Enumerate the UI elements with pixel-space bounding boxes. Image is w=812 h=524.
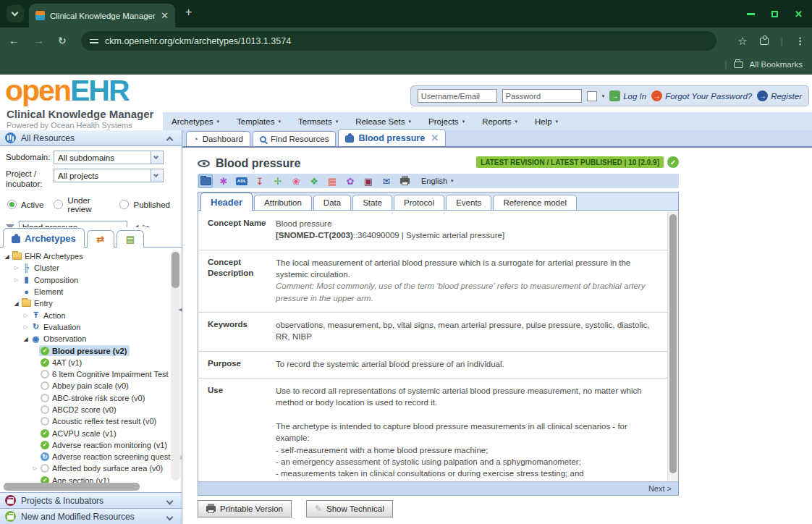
tree-item-abc-stroke-risk-score-v0[interactable]: ABC-stroke risk score (v0) — [0, 392, 182, 404]
tree-item-evaluation[interactable]: ▷↻Evaluation — [0, 321, 182, 333]
tree-hscroll-thumb[interactable] — [4, 483, 140, 491]
menu-item-release-sets[interactable]: Release Sets▾ — [347, 112, 420, 130]
tab-search-button[interactable] — [7, 5, 24, 22]
remember-me-checkbox[interactable] — [587, 91, 597, 101]
menu-item-projects[interactable]: Projects▾ — [420, 112, 473, 130]
tree-item-abcd2-score-v0[interactable]: ABCD2 score (v0) — [0, 404, 182, 415]
close-tab-icon[interactable]: ✕ — [431, 133, 439, 143]
tab-events[interactable]: Events — [446, 195, 491, 210]
tree-item-element[interactable]: ●Element — [0, 286, 182, 297]
tree-item-acvpu-scale-v1[interactable]: ✓ACVPU scale (v1) — [0, 427, 182, 439]
all-bookmarks-button[interactable]: All Bookmarks — [750, 60, 803, 69]
radio-under-review[interactable] — [54, 200, 63, 209]
site-info-icon[interactable] — [90, 38, 98, 45]
tab-templates[interactable]: ⇄ — [87, 230, 114, 248]
expand-icon[interactable]: ▷ — [12, 265, 20, 271]
register-link[interactable]: →Register — [757, 90, 802, 101]
tree-item-6-item-cognitive-impairment-test-6[interactable]: 6 Item Cognitive Impairment Test (6 — [0, 368, 182, 380]
tab-state[interactable]: State — [352, 195, 392, 210]
new-modified-header[interactable]: New and Modified Resources — [0, 508, 182, 524]
content-scrollbar[interactable] — [667, 211, 678, 481]
tree-item-observation[interactable]: ◢◉Observation — [0, 333, 182, 345]
expand-icon[interactable]: ▷ — [22, 313, 30, 318]
forward-icon[interactable]: → — [33, 34, 44, 46]
tree-item-blood-pressure-v2[interactable]: ✓Blood pressure (v2) — [0, 345, 182, 356]
mail-icon[interactable]: ✉ — [380, 174, 393, 187]
username-field[interactable] — [418, 89, 497, 103]
next-link[interactable]: Next > — [648, 484, 672, 493]
chevron-up-icon[interactable] — [166, 137, 174, 144]
bookmark-star-icon[interactable]: ☆ — [737, 35, 747, 48]
archive-icon[interactable]: ▦ — [326, 174, 339, 187]
briefcase-icon[interactable]: ▣ — [362, 174, 375, 187]
tree-item-composition[interactable]: ▷▮Composition — [0, 274, 182, 286]
compress-icon[interactable]: ✢ — [271, 174, 284, 187]
browser-menu-icon[interactable]: ⋮ — [795, 35, 805, 46]
collapse-icon[interactable]: ◢ — [3, 253, 11, 260]
tree-item-action[interactable]: ▷ŦAction — [0, 309, 182, 321]
minimize-icon[interactable] — [747, 13, 755, 15]
menu-item-archetypes[interactable]: Archetypes▾ — [163, 112, 228, 130]
tree-item-adverse-reaction-monitoring-v1[interactable]: ✓Adverse reaction monitoring (v1) — [0, 439, 182, 451]
collapse-icon[interactable]: ◢ — [22, 336, 30, 342]
tab-find-resources[interactable]: Find Resources — [253, 131, 337, 146]
forgot-password-link[interactable]: →Forgot Your Password? — [651, 90, 752, 101]
tree-item-entry[interactable]: ◢Entry — [0, 297, 182, 309]
tree-item-4at-v1[interactable]: ✓4AT (v1) — [0, 357, 182, 368]
radio-published[interactable] — [119, 200, 129, 209]
select-button[interactable] — [151, 151, 163, 164]
tree-item-affected-body-surface-area-v0[interactable]: ▷Affected body surface area (v0) — [0, 462, 182, 474]
tab-protocol[interactable]: Protocol — [394, 195, 444, 210]
radio-active[interactable] — [7, 200, 17, 209]
tab-attribution[interactable]: Attribution — [254, 195, 312, 210]
folder-icon[interactable] — [199, 174, 212, 187]
language-selector[interactable]: English▾ — [421, 177, 454, 185]
browser-tab[interactable]: Clinical Knowledge Manager ✕ — [29, 4, 175, 28]
menu-item-termsets[interactable]: Termsets▾ — [289, 112, 347, 130]
tab-header[interactable]: Header — [200, 193, 253, 211]
subdomain-select[interactable]: All subdomains — [54, 151, 164, 164]
expand-icon[interactable]: ▷ — [22, 324, 30, 330]
close-tab-icon[interactable]: ✕ — [161, 11, 169, 20]
chevron-down-icon[interactable]: ▾ — [602, 93, 605, 99]
share-icon[interactable]: ❖ — [308, 174, 321, 187]
maximize-icon[interactable] — [771, 11, 778, 17]
project-select[interactable]: All projects — [54, 169, 164, 182]
transform-icon[interactable]: ✿ — [344, 174, 357, 187]
tab-termsets[interactable]: ▤ — [117, 230, 144, 248]
print-icon[interactable] — [398, 174, 411, 187]
password-field[interactable] — [502, 89, 582, 103]
mindmap-icon[interactable]: ✱ — [217, 174, 230, 187]
show-technical-button[interactable]: ✎Show Technical — [306, 500, 393, 517]
back-icon[interactable]: ← — [9, 34, 20, 46]
collapse-icon[interactable]: ◢ — [12, 300, 20, 307]
award-icon[interactable]: ❀ — [289, 174, 303, 187]
log-in-button[interactable]: →Log In — [609, 90, 646, 101]
tree-item-adverse-reaction-screening-questionn[interactable]: ↻Adverse reaction screening questionn — [0, 451, 182, 462]
all-resources-header[interactable]: All Resources — [0, 130, 182, 146]
tab-reference-model[interactable]: Reference model — [493, 195, 577, 210]
printable-version-button[interactable]: Printable Version — [198, 500, 292, 517]
menu-item-templates[interactable]: Templates▾ — [228, 112, 289, 130]
tab-archetypes[interactable]: Archetypes — [3, 228, 85, 248]
openehr-logo[interactable]: openEHR — [5, 75, 129, 106]
download-icon[interactable]: ↧ — [253, 174, 266, 187]
menu-item-help[interactable]: Help▾ — [526, 112, 567, 130]
close-window-icon[interactable]: ✕ — [795, 9, 803, 19]
new-tab-button[interactable]: + — [185, 6, 192, 19]
expand-icon[interactable]: ▷ — [12, 277, 20, 283]
address-bar[interactable]: ckm.openehr.org/ckm/archetypes/1013.1.35… — [81, 31, 716, 51]
projects-incubators-header[interactable]: Projects & Incubators — [0, 492, 182, 508]
tree-item-abbey-pain-scale-v0[interactable]: Abbey pain scale (v0) — [0, 380, 182, 392]
adl-icon[interactable]: ADL — [235, 174, 248, 187]
menu-item-reports[interactable]: Reports▾ — [473, 112, 526, 130]
select-button[interactable] — [151, 169, 163, 182]
tab-blood-pressure[interactable]: Blood pressure✕ — [338, 129, 446, 146]
tree-item-cluster[interactable]: ▷╠Cluster — [0, 262, 182, 274]
reload-icon[interactable]: ↻ — [58, 35, 67, 46]
tree-vscroll-thumb[interactable] — [172, 252, 179, 288]
tab-dashboard[interactable]: ◔Dashboard — [186, 131, 250, 146]
search-input[interactable] — [19, 221, 127, 227]
tree-item-ehr-archetypes[interactable]: ◢EHR Archetypes — [0, 250, 182, 262]
chevron-down-icon[interactable] — [166, 498, 174, 505]
